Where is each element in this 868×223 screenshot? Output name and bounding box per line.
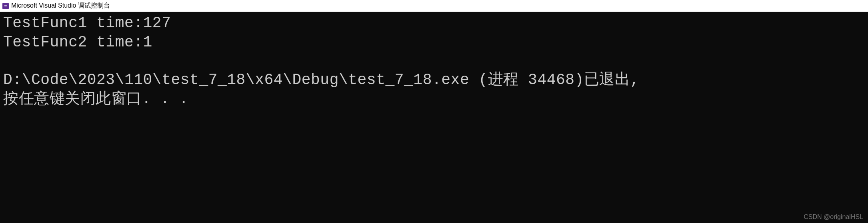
- console-output[interactable]: TestFunc1 time:127 TestFunc2 time:1 D:\C…: [0, 12, 868, 223]
- console-line: 按任意键关闭此窗口. . .: [3, 90, 865, 109]
- visual-studio-icon: ∞: [2, 3, 9, 9]
- watermark-text: CSDN @originalHSL: [804, 213, 863, 221]
- vs-icon-glyph: ∞: [4, 4, 7, 8]
- console-line: D:\Code\2023\110\test_7_18\x64\Debug\tes…: [3, 70, 865, 90]
- console-blank-line: [3, 52, 865, 70]
- console-line: TestFunc2 time:1: [3, 33, 865, 52]
- title-bar[interactable]: ∞ Microsoft Visual Studio 调试控制台: [0, 0, 868, 12]
- window-title: Microsoft Visual Studio 调试控制台: [11, 2, 110, 10]
- console-line: TestFunc1 time:127: [3, 14, 865, 33]
